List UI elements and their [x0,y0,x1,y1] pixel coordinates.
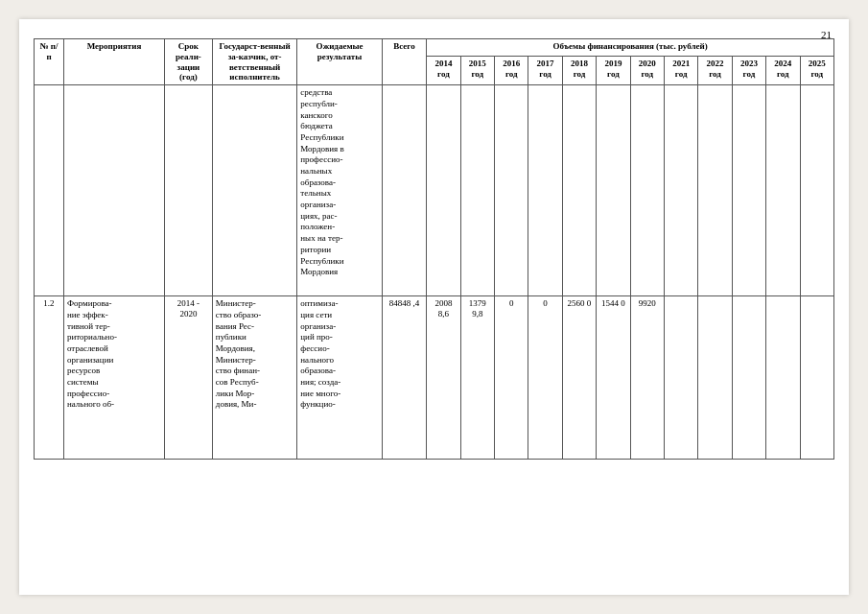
cell-expected: оптимиза-ция сетиорганиза-ций про-фессио… [297,296,382,460]
cell-y2023 [732,85,765,296]
header-y2019: 2019 год [597,56,630,84]
cell-y2018 [562,85,596,296]
cell-y2017 [528,85,562,296]
header-y2017: 2017 год [528,56,562,84]
header-y2021: 2021 год [664,56,697,84]
cell-y2014: 2008 8,6 [427,296,460,460]
header-expected: Ожидаемые результаты [297,39,382,85]
cell-y2019 [597,85,630,296]
cell-num [35,85,64,296]
header-y2020: 2020 год [630,56,664,84]
cell-y2023 [732,296,765,460]
header-y2015: 2015 год [460,56,494,84]
header-y2025: 2025 год [800,56,833,84]
cell-period [165,85,213,296]
header-y2018: 2018 год [562,56,596,84]
cell-y2025 [800,296,833,460]
cell-num: 1.2 [35,296,64,460]
cell-y2016 [495,85,528,296]
cell-y2024 [766,296,800,460]
header-y2023: 2023 год [732,56,765,84]
cell-y2024 [766,85,800,296]
cell-y2015: 1379 9,8 [460,296,494,460]
cell-state [212,85,296,296]
cell-measures [63,85,164,296]
cell-y2020 [630,85,664,296]
cell-total [382,85,426,296]
header-y2014: 2014 год [427,56,460,84]
table-row: 1.2 Формирова-ние эффек-тивной тер-ритор… [35,296,834,460]
cell-y2018: 2560 0 [562,296,596,460]
cell-y2020: 9920 [630,296,664,460]
header-financing-group: Объемы финансирования (тыс. рублей) [427,39,834,57]
cell-y2021 [664,296,697,460]
page-number: 21 [821,29,832,40]
cell-y2017: 0 [528,296,562,460]
header-total: Всего [382,39,426,85]
cell-expected: средствареспубли-канскогобюджетаРеспубли… [297,85,382,296]
header-y2016: 2016 год [495,56,528,84]
header-period: Срок реали-зации (год) [165,39,213,85]
table-row: средствареспубли-канскогобюджетаРеспубли… [35,85,834,296]
header-measures: Мероприятия [63,39,164,85]
main-table: № п/п Мероприятия Срок реали-зации (год)… [34,38,834,460]
cell-period: 2014 - 2020 [165,296,213,460]
cell-y2015 [460,85,494,296]
header-y2024: 2024 год [766,56,800,84]
header-num: № п/п [35,39,64,85]
cell-y2022 [698,296,732,460]
cell-y2021 [664,85,697,296]
cell-y2022 [698,85,732,296]
cell-total: 84848 ,4 [382,296,426,460]
header-y2022: 2022 год [698,56,732,84]
cell-y2016: 0 [495,296,528,460]
cell-y2025 [800,85,833,296]
cell-y2014 [427,85,460,296]
header-state: Государст-венный за-казчик, от-ветственн… [212,39,296,85]
document-page: 21 № п/п Мероприятия Срок реали-зации (г… [19,19,849,595]
cell-y2019: 1544 0 [597,296,630,460]
cell-state: Министер-ство образо-вания Рес-публикиМо… [212,296,296,460]
cell-measures: Формирова-ние эффек-тивной тер-риториаль… [63,296,164,460]
